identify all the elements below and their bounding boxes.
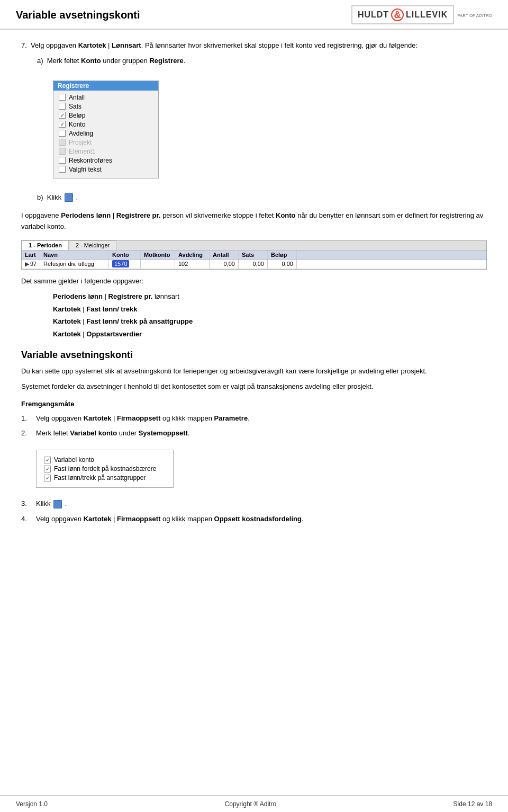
registrere-box: Registrere Antall Sats Beløp Konto Avdel… [53, 81, 159, 179]
cb-variabel-konto-input [44, 457, 51, 463]
step-4-text1: Velg oppgaven [36, 515, 84, 523]
cb-fast-lonn-label: Fast lønn fordelt på kostnadsbærere [54, 465, 156, 472]
step-1-num: 1. [21, 413, 32, 424]
registrere-pr: Registrere pr. [116, 211, 161, 219]
checkbox-element1: Element1 [59, 148, 153, 155]
checkbox-avdeling-input [59, 130, 66, 137]
checkbox-element1-label: Element1 [69, 148, 96, 155]
step-a-text3: under gruppen [101, 57, 150, 65]
step-7: 7. Velg oppgaven Kartotek | Lønnsart. På… [21, 40, 487, 67]
main-content: 7. Velg oppgaven Kartotek | Lønnsart. På… [0, 30, 508, 795]
table-row: ▶ 97 Refusjon div. utlegg 1570 102 0,00 … [22, 260, 486, 269]
konto-ref: Konto [276, 211, 296, 219]
footer: Versjon 1.0 Copyright ® Aditro Side 12 a… [0, 795, 508, 812]
cb-fast-lonn-trekk-label: Fast lønn/trekk på ansattgrupper [54, 474, 146, 481]
variable-section: Variable avsetningskonti Du kan sette op… [21, 350, 487, 392]
checkbox-konto-label: Konto [69, 121, 85, 128]
cb-fast-lonn-input [44, 466, 51, 472]
col-header-motkonto: Motkonto [141, 251, 175, 259]
table-header: Lart Navn Konto Motkonto Avdeling Antall… [22, 251, 486, 260]
col-header-antall: Antall [210, 251, 239, 259]
cell-row1-antall: 0,00 [210, 260, 239, 269]
floppy-icon-2 [53, 500, 62, 508]
checkbox-avdeling: Avdeling [59, 130, 153, 137]
cb-fast-lonn: Fast lønn fordelt på kostnadsbærere [44, 465, 166, 472]
variable-section-heading: Variable avsetningskonti [21, 350, 487, 361]
cell-row1-arrow: ▶ 97 [22, 260, 40, 269]
checkbox-antall-input [59, 94, 66, 101]
cb-fast-lonn-trekk-input [44, 475, 51, 481]
variable-para2: Systemet fordeler da avsetninger i henho… [21, 381, 487, 392]
step-1: 1. Velg oppgaven Kartotek | Firmaoppsett… [21, 413, 487, 424]
checkbox-avdeling-label: Avdeling [69, 130, 93, 137]
step-3-text1: Klikk [36, 499, 52, 507]
step-2-bold1: Variabel konto [70, 429, 117, 437]
fremgangsmate-section: Fremgangsmåte 1. Velg oppgaven Kartotek … [21, 400, 487, 525]
step-4-bold3: Oppsett kostnadsfordeling [214, 515, 302, 523]
floppy-icon-1 [65, 193, 73, 202]
step-2-period: . [188, 429, 190, 437]
step-4: 4. Velg oppgaven Kartotek | Firmaoppsett… [21, 514, 487, 525]
step-1-period: . [248, 414, 250, 422]
checkbox-reskontro: Reskontroføres [59, 157, 153, 164]
step-7-bold2: Lønnsart [112, 41, 141, 49]
checkbox-konto-input [59, 121, 66, 128]
table-tabs: 1 - Perioden 2 - Meldinger [22, 240, 486, 250]
logo-box: HULDT & LILLEVIK [351, 5, 454, 24]
step-1-sep1: | [111, 414, 117, 422]
step-4-num: 4. [21, 514, 32, 525]
numbered-steps: 1. Velg oppgaven Kartotek | Firmaoppsett… [21, 413, 487, 440]
checkbox-belop-input [59, 112, 66, 119]
step-b-text1: b) Klikk [37, 193, 64, 201]
step-1-bold3: Parametre [214, 414, 248, 422]
step-3-content: Klikk . [36, 498, 487, 510]
table-inner: Lart Navn Konto Motkonto Avdeling Antall… [22, 250, 486, 269]
list-item-1: Periodens lønn | Registrere pr. lønnsart [53, 291, 487, 302]
checkbox-sats-label: Sats [69, 103, 81, 110]
cb-fast-lonn-trekk: Fast lønn/trekk på ansattgrupper [44, 474, 166, 481]
page-title: Variable avsetningskonti [16, 9, 140, 21]
step-4-bold1: Kartotek [84, 515, 112, 523]
fremgangsmate-heading: Fremgangsmåte [21, 400, 487, 408]
step-7-sep1: | [106, 41, 112, 49]
checkbox-antall-label: Antall [69, 94, 85, 101]
table-screenshot: 1 - Perioden 2 - Meldinger Lart Navn Kon… [21, 240, 487, 270]
cell-row1-avdeling: 102 [175, 260, 210, 269]
checkbox-reskontro-label: Reskontroføres [69, 157, 112, 164]
registrere-title: Registrere [53, 81, 158, 91]
step-4-period: . [302, 515, 304, 523]
col-header-avdeling: Avdeling [175, 251, 210, 259]
variable-para1: Du kan sette opp systemet slik at avsetn… [21, 366, 487, 377]
step-4-text2: og klikk mappen [160, 515, 214, 523]
tab-perioden[interactable]: 1 - Perioden [22, 240, 69, 250]
logo-area: HULDT & LILLEVIK PART OF ADITRO [351, 5, 492, 24]
checkbox-prosjekt: Prosjekt [59, 139, 153, 146]
checkbox-konto: Konto [59, 121, 153, 128]
list-item-3: Kartotek | Fast lønn/ trekk på ansattgru… [53, 316, 487, 327]
step-a-text1: a) Merk feltet [37, 57, 81, 65]
step-3-period: . [65, 499, 67, 507]
logo-sub: PART OF ADITRO [457, 13, 492, 18]
step-1-content: Velg oppgaven Kartotek | Firmaoppsett og… [36, 413, 487, 424]
step-7-intro: 7. Velg oppgaven [21, 41, 78, 49]
col-header-navn: Navn [40, 251, 109, 259]
footer-page: Side 12 av 18 [453, 800, 492, 808]
step-7-bold1: Kartotek [78, 41, 106, 49]
step-a-bold3: Konto [81, 57, 101, 65]
step-2-text2: under [117, 429, 138, 437]
step-1-text2: og klikk mappen [160, 414, 214, 422]
col-header-lart: Lart [22, 251, 40, 259]
cb-variabel-konto: Variabel konto [44, 456, 166, 463]
tab-meldinger[interactable]: 2 - Meldinger [69, 240, 116, 250]
checkbox-belop-label: Beløp [69, 112, 85, 119]
step-b-period: . [76, 193, 78, 201]
cell-row1-navn: Refusjon div. utlegg [40, 260, 109, 269]
step-4-sep1: | [111, 515, 117, 523]
step-a-bold4: Registrere [149, 57, 183, 65]
cell-row1-konto: 1570 [109, 260, 141, 269]
step-a-period: . [184, 57, 186, 65]
step-2-bold2: Systemoppsett [139, 429, 188, 437]
step-1-text1: Velg oppgaven [36, 414, 84, 422]
step-7-text2: . På lønnsarter hvor skrivemerket skal s… [141, 41, 418, 49]
logo-lillevik: LILLEVIK [406, 10, 448, 20]
